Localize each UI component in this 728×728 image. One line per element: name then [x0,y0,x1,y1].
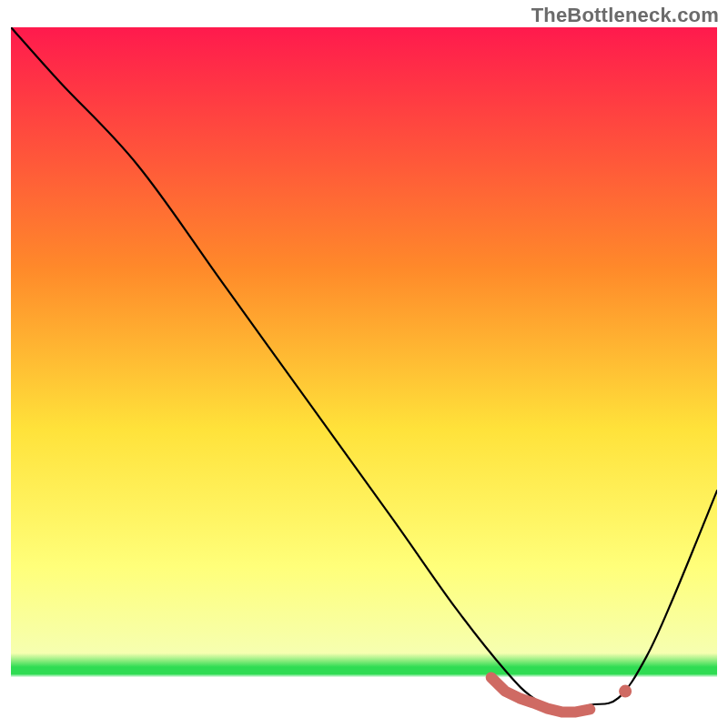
chart-svg [11,27,717,719]
attribution-label: TheBottleneck.com [531,4,719,27]
chart-frame: TheBottleneck.com [0,0,728,728]
plot-area [11,27,717,719]
highlight-dot [619,685,632,698]
gradient-background [11,27,717,719]
